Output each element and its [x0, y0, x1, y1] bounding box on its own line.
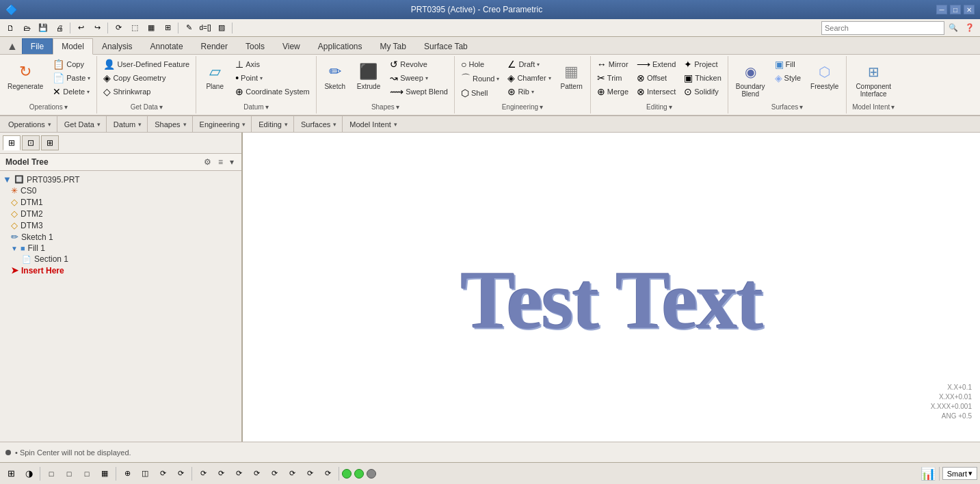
tree-item-fill1[interactable]: ▼ ■ Fill 1	[0, 243, 241, 254]
datum-button[interactable]: ⊞	[160, 21, 175, 36]
thicken-button[interactable]: ▣ Thicken	[680, 71, 725, 85]
search-button[interactable]: 🔍	[946, 21, 961, 36]
operations-arrow[interactable]: ▾	[64, 103, 68, 111]
pattern-button[interactable]: ▦ Pattern	[556, 57, 587, 94]
cmd-shapes-arrow[interactable]: ▾	[183, 121, 187, 128]
datum-arrow[interactable]: ▾	[265, 103, 269, 111]
freestyle-button[interactable]: ⬡ Freestyle	[806, 57, 843, 94]
boundary-blend-button[interactable]: ◉ BoundaryBlend	[731, 57, 770, 101]
tab-model[interactable]: Model	[53, 38, 93, 55]
model-intent-arrow[interactable]: ▾	[891, 103, 895, 111]
cmd-surfaces-arrow[interactable]: ▾	[333, 121, 336, 128]
save-button[interactable]: 💾	[36, 21, 51, 36]
offset-button[interactable]: ⊗ Offset	[633, 71, 679, 85]
bb-orient1[interactable]: ⊕	[119, 466, 135, 482]
bb-model-tree-toggle[interactable]: ⊞	[3, 466, 19, 482]
cmd-editing-arrow[interactable]: ▾	[284, 121, 288, 128]
get-data-arrow[interactable]: ▾	[159, 103, 163, 111]
cmd-engineering-arrow[interactable]: ▾	[242, 121, 246, 128]
tab-applications[interactable]: Applications	[309, 38, 371, 54]
redo-button[interactable]: ↪	[90, 21, 105, 36]
bb-zoom-out[interactable]: □	[79, 466, 95, 482]
solidify-button[interactable]: ⊙ Solidify	[680, 85, 725, 98]
bb-view-named[interactable]: ▦	[96, 466, 113, 482]
bb-zoom-fit[interactable]: □	[43, 466, 59, 482]
draft-button[interactable]: ∠ Draft ▾	[504, 57, 554, 71]
fill-button[interactable]: ▣ Fill	[771, 57, 804, 71]
dim-button[interactable]: d=[]	[198, 21, 213, 36]
swept-blend-button[interactable]: ⟿ Swept Blend	[386, 85, 451, 98]
tree-item-prt[interactable]: ▼ 🔲 PRT0395.PRT	[0, 174, 241, 185]
close-button[interactable]: ✕	[964, 5, 975, 14]
cmd-engineering-label[interactable]: Engineering	[200, 120, 240, 129]
shell-button[interactable]: ⬡ Shell	[458, 86, 503, 100]
revolve-button[interactable]: ↺ Revolve	[386, 57, 451, 71]
tab-annotate[interactable]: Annotate	[142, 38, 192, 54]
bb-orient3[interactable]: ⟳	[155, 466, 171, 482]
ribbon-collapse-button[interactable]: ▲	[3, 39, 22, 54]
tab-render[interactable]: Render	[192, 38, 237, 54]
tab-view[interactable]: View	[274, 38, 309, 54]
regenerate-button[interactable]: ↻ Regenerate	[3, 57, 48, 94]
new-button[interactable]: 🗋	[3, 21, 18, 36]
bb-model6[interactable]: ⟳	[284, 466, 300, 482]
undo-button[interactable]: ↩	[73, 21, 88, 36]
tab-analysis[interactable]: Analysis	[93, 38, 142, 54]
copy-button[interactable]: 📋 Copy	[49, 57, 94, 71]
bb-smart-dropdown[interactable]: Smart ▾	[942, 467, 977, 480]
extrude-button[interactable]: ⬛ Extrude	[352, 57, 385, 94]
panel-tab-tree[interactable]: ⊞	[3, 135, 21, 150]
model-tree-menu-button[interactable]: ≡	[216, 157, 225, 167]
model-tree-close-button[interactable]: ▾	[228, 157, 236, 167]
extend-button[interactable]: ⟶ Extend	[633, 57, 679, 71]
bb-layers-toggle[interactable]: ◑	[21, 466, 37, 482]
tree-item-sketch1[interactable]: ✏ Sketch 1	[0, 231, 241, 243]
cmd-datum-label[interactable]: Datum	[114, 120, 135, 129]
engineering-arrow[interactable]: ▾	[540, 103, 543, 111]
shrinkwrap-button[interactable]: ◇ Shrinkwrap	[100, 85, 193, 98]
sweep-button[interactable]: ↝ Sweep ▾	[386, 71, 451, 85]
tree-item-section1[interactable]: 📄 Section 1	[0, 254, 241, 265]
cmd-get-data-label[interactable]: Get Data	[64, 120, 94, 129]
merge-button[interactable]: ⊕ Merge	[594, 85, 632, 98]
mirror-button[interactable]: ↔ Mirror	[594, 57, 632, 71]
shapes-arrow[interactable]: ▾	[396, 103, 399, 111]
regenerate-button[interactable]: ⟳	[111, 21, 126, 36]
panel-tab-other[interactable]: ⊞	[41, 135, 59, 150]
component-interface-button[interactable]: ⊞ ComponentInterface	[851, 57, 896, 101]
bb-model7[interactable]: ⟳	[302, 466, 318, 482]
cmd-operations-arrow[interactable]: ▾	[48, 121, 51, 128]
point-button[interactable]: • Point ▾	[232, 71, 313, 85]
hole-button[interactable]: ○ Hole	[458, 57, 503, 71]
bb-orient4[interactable]: ⟳	[172, 466, 189, 482]
open-button[interactable]: 🗁	[19, 21, 34, 36]
display-button[interactable]: ⬚	[127, 21, 142, 36]
cmd-model-intent-arrow[interactable]: ▾	[394, 121, 397, 128]
bb-model1[interactable]: ⟳	[195, 466, 211, 482]
cmd-model-intent-label[interactable]: Model Intent	[349, 120, 391, 129]
search-input[interactable]	[821, 21, 944, 35]
project-button[interactable]: ✦ Project	[680, 57, 725, 71]
sketch-button[interactable]: ✏ Sketch	[319, 57, 351, 94]
bb-model5[interactable]: ⟳	[266, 466, 282, 482]
style-button[interactable]: ◈ Style	[771, 71, 804, 85]
cmd-editing-label[interactable]: Editing	[259, 120, 282, 129]
editing-arrow[interactable]: ▾	[669, 103, 672, 111]
coord-system-button[interactable]: ⊕ Coordinate System	[232, 85, 313, 98]
paste-button[interactable]: 📄 Paste ▾	[49, 71, 94, 85]
titlebar-controls[interactable]: ─ □ ✕	[936, 5, 975, 14]
cmd-datum-arrow[interactable]: ▾	[138, 121, 142, 128]
bb-model4[interactable]: ⟳	[248, 466, 265, 482]
tab-tools[interactable]: Tools	[237, 38, 274, 54]
bb-graph-button[interactable]: 📊	[920, 466, 936, 482]
intersect-button[interactable]: ⊗ Intersect	[633, 85, 679, 98]
bb-orient2[interactable]: ◫	[137, 466, 153, 482]
model-tree-settings-button[interactable]: ⚙	[202, 157, 213, 167]
minimize-button[interactable]: ─	[936, 5, 947, 14]
copy-geometry-button[interactable]: ◈ Copy Geometry	[100, 71, 193, 85]
cmd-get-data-arrow[interactable]: ▾	[97, 121, 101, 128]
chamfer-button[interactable]: ◈ Chamfer ▾	[504, 71, 554, 85]
tree-item-dtm2[interactable]: ◇ DTM2	[0, 208, 241, 219]
trim-button[interactable]: ✂ Trim	[594, 71, 632, 85]
tree-item-insert[interactable]: ➤ Insert Here	[0, 265, 241, 276]
